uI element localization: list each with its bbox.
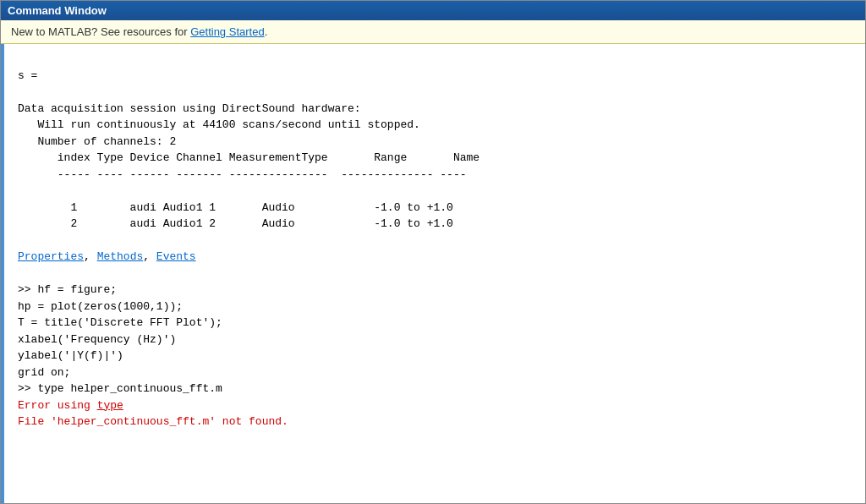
output-row-2: 2 audi Audio1 2 Audio -1.0 to +1.0 [18, 216, 852, 233]
blank-line-1 [18, 51, 852, 68]
info-bar-text-after: . [265, 25, 268, 38]
cmd-type: >> type helper_continuous_fft.m [18, 381, 852, 397]
output-row-1: 1 audi Audio1 1 Audio -1.0 to +1.0 [18, 200, 852, 216]
comma-1: , [84, 250, 97, 263]
comma-2: , [143, 250, 156, 263]
blank-line-5 [18, 266, 852, 282]
output-links-line: Properties, Methods, Events [18, 249, 852, 266]
error-using-line: Error using type [18, 397, 852, 414]
cmd-hf-figure: >> hf = figure; [18, 282, 852, 299]
getting-started-link[interactable]: Getting Started [190, 25, 264, 38]
blank-line-2 [18, 84, 852, 101]
title-bar: Command Window [1, 1, 865, 20]
output-daq-session: Data acquisition session using DirectSou… [18, 101, 852, 118]
blank-line-4 [18, 233, 852, 249]
title-bar-label: Command Window [8, 4, 107, 17]
cmd-t-title: T = title('Discrete FFT Plot'); [18, 315, 852, 331]
output-table-header: index Type Device Channel MeasurementTyp… [18, 150, 852, 167]
cmd-xlabel: xlabel('Frequency (Hz)') [18, 331, 852, 348]
command-window: Command Window New to MATLAB? See resour… [0, 0, 866, 504]
methods-link[interactable]: Methods [97, 250, 144, 263]
cmd-ylabel: ylabel('|Y(f)|') [18, 348, 852, 364]
output-num-channels: Number of channels: 2 [18, 134, 852, 151]
error-type-link[interactable]: type [97, 399, 123, 412]
prompt-1: >> [18, 283, 37, 296]
blank-line-3 [18, 183, 852, 200]
cmd-hp-plot: hp = plot(zeros(1000,1)); [18, 299, 852, 315]
properties-link[interactable]: Properties [18, 250, 84, 263]
info-bar: New to MATLAB? See resources for Getting… [1, 20, 865, 44]
cmd-grid: grid on; [18, 364, 852, 381]
main-layout: s = Data acquisition session using Direc… [1, 44, 865, 503]
info-bar-text: New to MATLAB? See resources for [11, 25, 190, 38]
output-s-equals: s = [18, 68, 852, 85]
events-link[interactable]: Events [156, 250, 196, 263]
error-file-not-found: File 'helper_continuous_fft.m' not found… [18, 414, 852, 430]
output-will-run: Will run continuously at 44100 scans/sec… [18, 117, 852, 134]
command-area[interactable]: s = Data acquisition session using Direc… [4, 44, 865, 503]
prompt-2: >> [18, 382, 37, 395]
output-table-divider: ----- ---- ------ ------- --------------… [18, 167, 852, 184]
